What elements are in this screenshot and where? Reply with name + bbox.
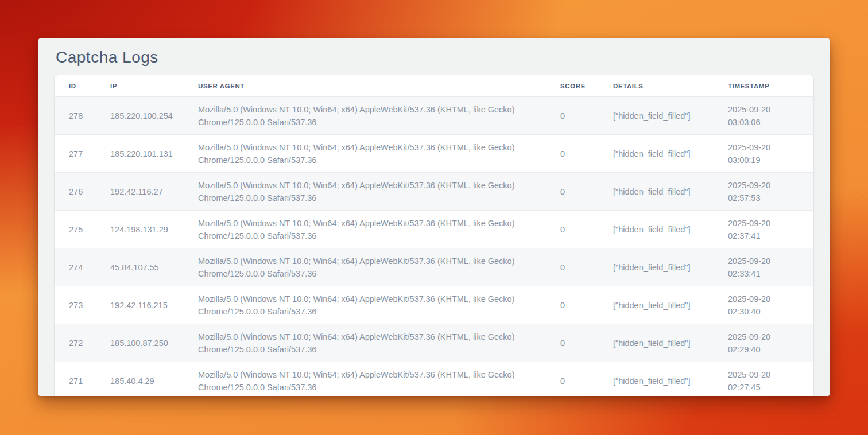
- cell-user_agent: Mozilla/5.0 (Windows NT 10.0; Win64; x64…: [198, 135, 560, 173]
- cell-timestamp: 2025-09-20 02:30:40: [728, 286, 813, 324]
- cell-score: 0: [560, 97, 613, 135]
- cell-timestamp: 2025-09-20 02:57:53: [728, 173, 813, 211]
- table-row: 278185.220.100.254Mozilla/5.0 (Windows N…: [55, 97, 813, 135]
- cell-timestamp: 2025-09-20 02:37:41: [728, 211, 813, 248]
- column-header-score: SCORE: [560, 75, 613, 97]
- table-row: 276192.42.116.27Mozilla/5.0 (Windows NT …: [55, 173, 813, 211]
- cell-user_agent: Mozilla/5.0 (Windows NT 10.0; Win64; x64…: [198, 97, 560, 135]
- cell-ip: 192.42.116.27: [110, 173, 198, 211]
- table-row: 275124.198.131.29Mozilla/5.0 (Windows NT…: [55, 211, 813, 248]
- table-header: ID IP USER AGENT SCORE DETAILS TIMESTAMP: [55, 75, 813, 97]
- cell-timestamp: 2025-09-20 02:27:45: [728, 362, 813, 397]
- cell-timestamp: 2025-09-20 02:29:40: [728, 324, 813, 362]
- cell-id: 276: [55, 173, 110, 211]
- cell-id: 273: [55, 286, 110, 324]
- cell-ip: 185.220.101.131: [110, 135, 198, 173]
- cell-user_agent: Mozilla/5.0 (Windows NT 10.0; Win64; x64…: [198, 173, 560, 211]
- cell-score: 0: [560, 211, 613, 248]
- table-row: 272185.100.87.250Mozilla/5.0 (Windows NT…: [55, 324, 813, 362]
- cell-details: ["hidden_field_filled"]: [613, 248, 728, 286]
- cell-details: ["hidden_field_filled"]: [613, 324, 728, 362]
- captcha-logs-table-container: ID IP USER AGENT SCORE DETAILS TIMESTAMP…: [55, 75, 813, 396]
- page-background: { "page": { "title": "Captcha Logs" }, "…: [0, 0, 868, 435]
- cell-score: 0: [560, 173, 613, 211]
- cell-score: 0: [560, 135, 613, 173]
- cell-details: ["hidden_field_filled"]: [613, 211, 728, 248]
- table-header-row: ID IP USER AGENT SCORE DETAILS TIMESTAMP: [55, 75, 813, 97]
- cell-score: 0: [560, 286, 613, 324]
- cell-timestamp: 2025-09-20 02:33:41: [728, 248, 813, 286]
- cell-user_agent: Mozilla/5.0 (Windows NT 10.0; Win64; x64…: [198, 362, 560, 397]
- cell-details: ["hidden_field_filled"]: [613, 286, 728, 324]
- cell-id: 278: [55, 97, 110, 135]
- cell-score: 0: [560, 324, 613, 362]
- table-row: 273192.42.116.215Mozilla/5.0 (Windows NT…: [55, 286, 813, 324]
- cell-timestamp: 2025-09-20 03:03:06: [728, 97, 813, 135]
- page-title: Captcha Logs: [56, 48, 812, 67]
- column-header-useragent: USER AGENT: [198, 75, 560, 97]
- captcha-logs-table: ID IP USER AGENT SCORE DETAILS TIMESTAMP…: [55, 75, 813, 396]
- cell-id: 271: [55, 362, 110, 397]
- cell-details: ["hidden_field_filled"]: [613, 173, 728, 211]
- cell-details: ["hidden_field_filled"]: [613, 97, 728, 135]
- cell-ip: 45.84.107.55: [110, 248, 198, 286]
- cell-id: 272: [55, 324, 110, 362]
- cell-ip: 192.42.116.215: [110, 286, 198, 324]
- captcha-logs-card: Captcha Logs ID IP USER AGENT SCORE DETA…: [38, 38, 830, 396]
- cell-ip: 185.220.100.254: [110, 97, 198, 135]
- column-header-id: ID: [55, 75, 110, 97]
- cell-id: 275: [55, 211, 110, 248]
- table-row: 277185.220.101.131Mozilla/5.0 (Windows N…: [55, 135, 813, 173]
- cell-id: 277: [55, 135, 110, 173]
- table-row: 27445.84.107.55Mozilla/5.0 (Windows NT 1…: [55, 248, 813, 286]
- cell-score: 0: [560, 362, 613, 397]
- cell-score: 0: [560, 248, 613, 286]
- cell-details: ["hidden_field_filled"]: [613, 135, 728, 173]
- table-body: 278185.220.100.254Mozilla/5.0 (Windows N…: [55, 97, 813, 397]
- cell-user_agent: Mozilla/5.0 (Windows NT 10.0; Win64; x64…: [198, 324, 560, 362]
- cell-timestamp: 2025-09-20 03:00:19: [728, 135, 813, 173]
- cell-user_agent: Mozilla/5.0 (Windows NT 10.0; Win64; x64…: [198, 286, 560, 324]
- cell-user_agent: Mozilla/5.0 (Windows NT 10.0; Win64; x64…: [198, 248, 560, 286]
- table-row: 271185.40.4.29Mozilla/5.0 (Windows NT 10…: [55, 362, 813, 397]
- cell-ip: 185.40.4.29: [110, 362, 198, 397]
- column-header-ip: IP: [110, 75, 198, 97]
- cell-id: 274: [55, 248, 110, 286]
- cell-user_agent: Mozilla/5.0 (Windows NT 10.0; Win64; x64…: [198, 211, 560, 248]
- cell-ip: 124.198.131.29: [110, 211, 198, 248]
- cell-details: ["hidden_field_filled"]: [613, 362, 728, 397]
- column-header-details: DETAILS: [613, 75, 728, 97]
- column-header-timestamp: TIMESTAMP: [728, 75, 813, 97]
- cell-ip: 185.100.87.250: [110, 324, 198, 362]
